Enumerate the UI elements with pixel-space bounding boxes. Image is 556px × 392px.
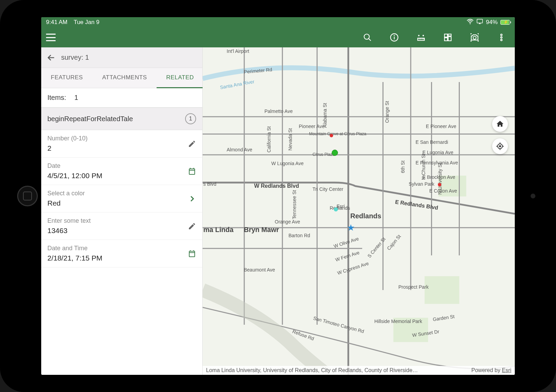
field-value: 13463: [47, 227, 188, 235]
map-label: Int'l Airport: [227, 48, 249, 54]
svg-point-20: [501, 37, 502, 38]
svg-rect-23: [203, 47, 515, 375]
map-label: 6th St: [400, 161, 406, 173]
map-canvas: [203, 47, 515, 375]
map-point-star[interactable]: ★: [347, 222, 355, 233]
field-value: 2/18/21, 7:15 PM: [47, 254, 188, 262]
attribution-text: Loma Linda University, University of Red…: [206, 367, 418, 373]
esri-link[interactable]: Esri: [502, 367, 511, 373]
map-attribution: Loma Linda University, University of Red…: [203, 366, 515, 375]
calendar-icon[interactable]: [188, 250, 196, 258]
svg-point-6: [394, 35, 394, 36]
map-label: s Blvd: [203, 181, 216, 187]
tab-features[interactable]: FEATURES: [41, 68, 92, 88]
menu-button[interactable]: [46, 34, 56, 41]
locate-button[interactable]: [492, 138, 508, 154]
map-label: E Colton Ave: [429, 188, 457, 194]
map-point-cyan[interactable]: [334, 207, 338, 211]
svg-rect-15: [448, 34, 451, 36]
svg-rect-16: [448, 37, 451, 41]
map-point-red[interactable]: [438, 183, 441, 186]
tab-attachments[interactable]: ATTACHMENTS: [92, 68, 156, 88]
map-label: N University St: [437, 163, 443, 195]
map-label: Pioneer Ave: [299, 124, 325, 129]
svg-rect-1: [477, 19, 483, 23]
status-date: Tue Jan 9: [73, 19, 99, 26]
ipad-frame: 9:41 AM Tue Jan 9 94% ⚡: [0, 0, 556, 392]
field-value: Red: [47, 199, 188, 207]
home-button[interactable]: [17, 186, 38, 206]
svg-point-28: [499, 146, 501, 147]
screen: 9:41 AM Tue Jan 9 94% ⚡: [41, 17, 515, 375]
field-color[interactable]: Select a color Red: [41, 185, 202, 212]
overflow-icon[interactable]: [497, 33, 506, 42]
field-datetime: Date and Time 2/18/21, 7:15 PM: [41, 240, 202, 267]
map-label: W Redlands Blvd: [254, 183, 299, 189]
dashboard-icon[interactable]: [443, 33, 452, 42]
map-label: Prospect Park: [398, 284, 422, 290]
airplay-icon: [476, 19, 483, 26]
map-label: California St: [266, 126, 272, 152]
field-number: Number (0-10) 2: [41, 130, 202, 158]
field-date: Date 4/5/21, 12:00 PM: [41, 158, 202, 185]
chevron-right-icon[interactable]: [188, 195, 196, 203]
svg-point-2: [364, 34, 369, 39]
tab-related[interactable]: RELATED: [157, 68, 204, 88]
map-label: Tri City Center: [313, 186, 333, 192]
map-label: Beaumont Ave: [244, 267, 275, 273]
home-map-button[interactable]: [492, 116, 508, 132]
field-label: Date and Time: [47, 245, 188, 252]
camera-icon[interactable]: [470, 33, 479, 42]
map-point-green[interactable]: [332, 150, 338, 156]
map-label: Almond Ave: [227, 147, 252, 152]
map-label: Citrus Plaza: [313, 152, 333, 157]
svg-rect-14: [444, 34, 447, 37]
map-label: Barton Rd: [288, 233, 310, 238]
items-count: 1: [74, 94, 78, 102]
map-point-red[interactable]: [330, 134, 333, 137]
measure-icon[interactable]: [417, 33, 425, 42]
calendar-icon[interactable]: [188, 167, 196, 175]
search-icon[interactable]: [363, 33, 372, 42]
map-label: E Lugonia Ave: [422, 150, 453, 155]
field-label: Number (0-10): [47, 135, 188, 142]
map-label: N Church St: [421, 154, 426, 180]
map-label: Esri: [337, 204, 345, 209]
map-label: ma Linda: [203, 226, 234, 234]
tabs: FEATURES ATTACHMENTS RELATED: [41, 68, 202, 88]
front-camera: [531, 194, 535, 198]
svg-rect-25: [424, 276, 459, 304]
field-value: 4/5/21, 12:00 PM: [47, 172, 188, 180]
svg-point-18: [473, 36, 476, 39]
map-label: E Pioneer Ave: [426, 124, 456, 129]
map-label: E San Bernardi: [416, 139, 448, 145]
map-label: Orange Ave: [275, 219, 300, 224]
map-label: Bryn Mawr: [244, 226, 279, 234]
map-view[interactable]: Int'l Airport Perimeter Rd Santa Ana Riv…: [203, 47, 515, 375]
app-bar: [41, 27, 515, 47]
field-label: Enter some text: [47, 217, 188, 224]
map-label: Hillside Memorial Park: [374, 319, 402, 324]
map-label: Redlands: [350, 212, 381, 220]
back-button[interactable]: [47, 53, 56, 62]
svg-point-12: [418, 35, 419, 36]
group-count-badge: 1: [185, 113, 196, 124]
map-label: Nevada St: [287, 128, 293, 150]
related-group-row[interactable]: beginRepeatForRelatedTale 1: [41, 107, 202, 130]
svg-point-21: [501, 39, 502, 41]
edit-icon[interactable]: [188, 222, 196, 230]
map-label: Alabama St: [322, 103, 328, 128]
svg-point-19: [501, 34, 502, 35]
map-label: Sylvan Park: [409, 181, 429, 187]
info-icon[interactable]: [390, 33, 399, 42]
map-label: W Lugonia Ave: [271, 161, 304, 166]
status-bar: 9:41 AM Tue Jan 9 94% ⚡: [41, 17, 515, 27]
panel-title: survey: 1: [61, 54, 89, 61]
map-label: Tennessee St: [292, 190, 297, 219]
map-label: Orange St: [384, 101, 390, 123]
map-label: Palmetto Ave: [264, 108, 293, 114]
sidebar-panel: survey: 1 FEATURES ATTACHMENTS RELATED I…: [41, 47, 203, 375]
edit-icon[interactable]: [188, 140, 196, 148]
battery-pct: 94%: [486, 19, 498, 26]
field-label: Date: [47, 162, 188, 170]
